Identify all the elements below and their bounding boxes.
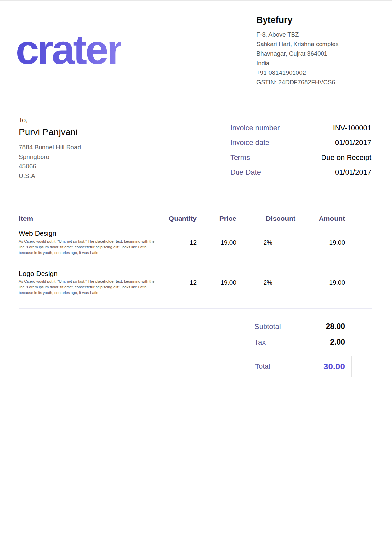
item-description: As Cicero would put it, “Um, not so fast…	[19, 239, 158, 256]
company-block: Bytefury F-8, Above TBZ Sahkari Hart, Kr…	[256, 13, 372, 87]
customer-address-line: U.S.A	[19, 171, 81, 181]
subtotal-label: Subtotal	[254, 322, 281, 331]
grand-total-value: 30.00	[323, 362, 345, 372]
customer-name: Purvi Panjvani	[19, 127, 81, 137]
invoice-number-row: Invoice number INV-100001	[230, 124, 371, 132]
table-bottom-divider	[19, 308, 372, 309]
customer-address-line: 45066	[19, 161, 81, 171]
item-cell: Logo Design As Cicero would put it, “Um,…	[19, 256, 167, 296]
quantity-column-header: Quantity	[167, 215, 197, 222]
company-name: Bytefury	[256, 15, 372, 25]
amount-column-header: Amount	[295, 215, 345, 222]
customer-address-line: Springboro	[19, 152, 81, 161]
invoice-date-value: 01/01/2017	[335, 138, 371, 147]
item-description: As Cicero would put it, “Um, not so fast…	[19, 279, 158, 296]
discount-column-header: Discount	[236, 215, 295, 222]
grand-total-box: Total 30.00	[249, 356, 352, 377]
item-price: 19.00	[197, 222, 236, 256]
item-discount: 2%	[236, 256, 295, 296]
company-phone: +91-08141901002	[256, 68, 372, 77]
item-price: 19.00	[197, 256, 236, 296]
invoice-meta-block: Invoice number INV-100001 Invoice date 0…	[230, 124, 371, 183]
bill-to-block: To, Purvi Panjvani 7884 Bunnel Hill Road…	[19, 116, 81, 183]
company-gstin: GSTIN: 24DDF7682FHVCS6	[256, 77, 372, 87]
company-address-line: India	[256, 58, 372, 68]
price-column-header: Price	[197, 215, 236, 222]
items-table: Item Quantity Price Discount Amount Web …	[19, 215, 345, 296]
company-address-line: Bhavnagar, Gujrat 364001	[256, 49, 372, 58]
customer-address-line: 7884 Bunnel Hill Road	[19, 142, 81, 152]
item-cell: Web Design As Cicero would put it, “Um, …	[19, 222, 167, 256]
tax-value: 2.00	[330, 338, 345, 347]
subtotal-row: Subtotal 28.00	[254, 322, 345, 331]
company-address-line: F-8, Above TBZ	[256, 30, 372, 39]
item-name: Web Design	[19, 229, 167, 237]
item-amount: 19.00	[295, 222, 345, 256]
tax-row: Tax 2.00	[254, 338, 345, 347]
invoice-number-label: Invoice number	[230, 124, 280, 132]
invoice-date-label: Invoice date	[230, 138, 269, 147]
to-label: To,	[19, 116, 81, 124]
item-quantity: 12	[167, 222, 197, 256]
items-table-section: Item Quantity Price Discount Amount Web …	[19, 215, 345, 296]
customer-address: 7884 Bunnel Hill Road Springboro 45066 U…	[19, 142, 81, 181]
invoice-number-value: INV-100001	[333, 124, 371, 132]
due-date-value: 01/01/2017	[335, 168, 371, 177]
item-name: Logo Design	[19, 270, 167, 278]
company-address-line: Sahkari Hart, Krishna complex	[256, 39, 372, 49]
terms-value: Due on Receipt	[321, 153, 371, 162]
terms-label: Terms	[230, 153, 250, 162]
item-column-header: Item	[19, 215, 167, 222]
due-date-row: Due Date 01/01/2017	[230, 168, 371, 177]
parties-section: To, Purvi Panjvani 7884 Bunnel Hill Road…	[0, 100, 392, 183]
table-row: Web Design As Cicero would put it, “Um, …	[19, 222, 345, 256]
table-row: Logo Design As Cicero would put it, “Um,…	[19, 256, 345, 296]
grand-total-label: Total	[255, 362, 270, 371]
item-amount: 19.00	[295, 256, 345, 296]
item-quantity: 12	[167, 256, 197, 296]
invoice-header: crater Bytefury F-8, Above TBZ Sahkari H…	[0, 1, 392, 100]
subtotal-value: 28.00	[326, 322, 345, 331]
due-date-label: Due Date	[230, 168, 261, 177]
terms-row: Terms Due on Receipt	[230, 153, 371, 162]
tax-label: Tax	[254, 338, 266, 347]
item-discount: 2%	[236, 222, 295, 256]
totals-section: Subtotal 28.00 Tax 2.00 Total 30.00	[249, 322, 352, 377]
invoice-date-row: Invoice date 01/01/2017	[230, 138, 371, 147]
crater-logo: crater	[16, 27, 121, 73]
items-table-header-row: Item Quantity Price Discount Amount	[19, 215, 345, 222]
